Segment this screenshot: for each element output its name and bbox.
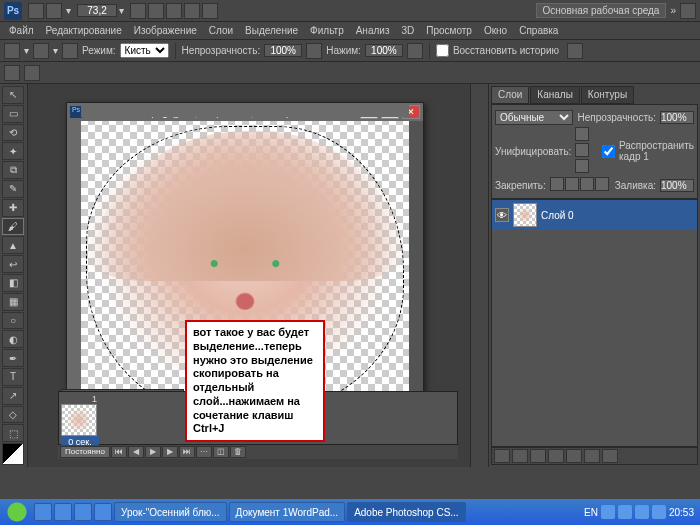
tab-channels[interactable]: Каналы xyxy=(530,86,580,104)
quicklaunch-icon[interactable] xyxy=(94,503,112,521)
quicklaunch-icon[interactable] xyxy=(34,503,52,521)
next-frame-button[interactable]: ▶ xyxy=(162,446,178,458)
blend-mode-select[interactable]: Обычные xyxy=(495,110,573,125)
start-button[interactable] xyxy=(2,501,32,523)
dodge-tool[interactable]: ◐ xyxy=(2,330,24,348)
animation-frame[interactable]: 1 0 сек. xyxy=(61,394,99,448)
gradient-tool[interactable]: ▦ xyxy=(2,293,24,311)
group-icon[interactable] xyxy=(566,449,582,463)
hand-icon[interactable] xyxy=(130,3,146,19)
play-button[interactable]: ▶ xyxy=(145,446,161,458)
brush-panel-icon[interactable] xyxy=(62,43,78,59)
zoom-input[interactable] xyxy=(77,4,117,17)
wand-tool[interactable]: ✦ xyxy=(2,142,24,160)
heal-tool[interactable]: ✚ xyxy=(2,199,24,217)
history-brush-tool[interactable]: ↩ xyxy=(2,255,24,273)
blur-tool[interactable]: ○ xyxy=(2,312,24,330)
menu-analysis[interactable]: Анализ xyxy=(351,24,395,37)
mask-icon[interactable] xyxy=(530,449,546,463)
panel-icon-1[interactable] xyxy=(4,65,20,81)
lang-indicator[interactable]: EN xyxy=(584,507,598,518)
layer-opacity-input[interactable] xyxy=(660,111,694,124)
menu-select[interactable]: Выделение xyxy=(240,24,303,37)
colors-icon[interactable] xyxy=(2,443,24,465)
tray-icon[interactable] xyxy=(601,505,615,519)
shape-tool[interactable]: ◇ xyxy=(2,406,24,424)
first-frame-button[interactable]: ⏮ xyxy=(111,446,127,458)
fx-icon[interactable] xyxy=(512,449,528,463)
eraser-tool[interactable]: ◧ xyxy=(2,274,24,292)
clock[interactable]: 20:53 xyxy=(669,507,694,518)
pen-tool[interactable]: ✒ xyxy=(2,349,24,367)
collapsed-panels[interactable] xyxy=(471,84,489,467)
airbrush-icon[interactable] xyxy=(407,43,423,59)
new-frame-button[interactable]: ◫ xyxy=(213,446,229,458)
type-tool[interactable]: T xyxy=(2,368,24,386)
crop-tool[interactable]: ⧉ xyxy=(2,161,24,179)
workspace-selector[interactable]: Основная рабочая среда xyxy=(536,3,667,18)
last-frame-button[interactable]: ⏭ xyxy=(179,446,195,458)
tray-icon[interactable] xyxy=(652,505,666,519)
unify-icon[interactable] xyxy=(575,159,589,173)
layer-item[interactable]: 👁 Слой 0 xyxy=(492,200,697,230)
lock-all-icon[interactable] xyxy=(595,177,609,191)
layer-name[interactable]: Слой 0 xyxy=(541,210,574,221)
menu-image[interactable]: Изображение xyxy=(129,24,202,37)
unify-icon[interactable] xyxy=(575,127,589,141)
menu-help[interactable]: Справка xyxy=(514,24,563,37)
restore-checkbox[interactable] xyxy=(436,44,449,57)
menu-edit[interactable]: Редактирование xyxy=(41,24,127,37)
prev-frame-button[interactable]: ◀ xyxy=(128,446,144,458)
bridge-icon[interactable] xyxy=(28,3,44,19)
path-tool[interactable]: ↗ xyxy=(2,387,24,405)
tab-paths[interactable]: Контуры xyxy=(581,86,634,104)
lock-trans-icon[interactable] xyxy=(550,177,564,191)
flow-input[interactable] xyxy=(365,44,403,57)
visibility-icon[interactable]: 👁 xyxy=(495,208,509,222)
tween-button[interactable]: ⋯ xyxy=(196,446,212,458)
propagate-checkbox[interactable] xyxy=(602,145,615,158)
menu-layer[interactable]: Слои xyxy=(204,24,238,37)
stamp-tool[interactable]: ▲ xyxy=(2,236,24,254)
taskbar-item[interactable]: Урок-"Осенний блю... xyxy=(114,502,227,522)
mode-select[interactable]: Кисть xyxy=(120,43,169,58)
rotate-icon[interactable] xyxy=(166,3,182,19)
marquee-tool[interactable]: ▭ xyxy=(2,105,24,123)
minibridge-icon[interactable] xyxy=(46,3,62,19)
link-icon[interactable] xyxy=(494,449,510,463)
layer-fill-input[interactable] xyxy=(660,179,694,192)
delete-frame-button[interactable]: 🗑 xyxy=(230,446,246,458)
unify-icon[interactable] xyxy=(575,143,589,157)
csLive-icon[interactable] xyxy=(680,3,696,19)
move-tool[interactable]: ↖ xyxy=(2,86,24,104)
tablet-icon[interactable] xyxy=(567,43,583,59)
tray-icon[interactable] xyxy=(618,505,632,519)
menu-filter[interactable]: Фильтр xyxy=(305,24,349,37)
pressure-opacity-icon[interactable] xyxy=(306,43,322,59)
quicklaunch-icon[interactable] xyxy=(54,503,72,521)
3d-tool[interactable]: ⬚ xyxy=(2,424,24,442)
trash-icon[interactable] xyxy=(602,449,618,463)
tool-preset-icon[interactable] xyxy=(4,43,20,59)
quicklaunch-icon[interactable] xyxy=(74,503,92,521)
new-layer-icon[interactable] xyxy=(584,449,600,463)
taskbar-item[interactable]: Документ 1WordPad... xyxy=(229,502,346,522)
arrange-icon[interactable] xyxy=(184,3,200,19)
tab-layers[interactable]: Слои xyxy=(491,86,529,104)
adjust-icon[interactable] xyxy=(548,449,564,463)
brush-tool[interactable]: 🖌 xyxy=(2,218,24,236)
chevron-double-icon[interactable]: » xyxy=(670,5,676,16)
tray-icon[interactable] xyxy=(635,505,649,519)
lock-pixels-icon[interactable] xyxy=(565,177,579,191)
lasso-tool[interactable]: ⟲ xyxy=(2,124,24,142)
zoom-icon[interactable] xyxy=(148,3,164,19)
panel-icon-2[interactable] xyxy=(24,65,40,81)
loop-select[interactable]: Постоянно xyxy=(60,446,110,458)
menu-file[interactable]: Файл xyxy=(4,24,39,37)
menu-view[interactable]: Просмотр xyxy=(421,24,477,37)
menu-3d[interactable]: 3D xyxy=(396,24,419,37)
opacity-input[interactable] xyxy=(264,44,302,57)
menu-window[interactable]: Окно xyxy=(479,24,512,37)
screen-icon[interactable] xyxy=(202,3,218,19)
eyedropper-tool[interactable]: ✎ xyxy=(2,180,24,198)
